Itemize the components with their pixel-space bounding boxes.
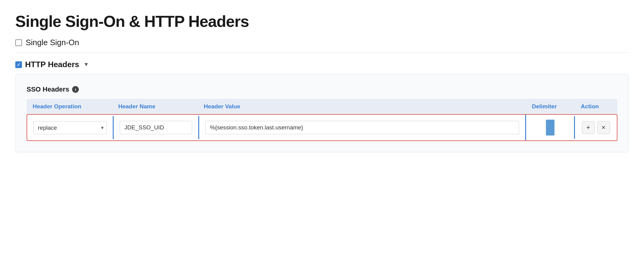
http-headers-label: HTTP Headers xyxy=(25,60,79,69)
col-header-operation: Header Operation xyxy=(27,99,112,114)
sso-headers-title: SSO Headers xyxy=(27,85,69,93)
http-headers-checkbox[interactable] xyxy=(15,61,22,68)
remove-row-button[interactable]: × xyxy=(597,121,610,134)
table-header-row: Header Operation Header Name Header Valu… xyxy=(27,99,617,114)
col-header-value: Header Value xyxy=(198,99,526,114)
sso-headers-title-row: SSO Headers i xyxy=(27,85,617,93)
cell-delimiter xyxy=(525,115,574,140)
chevron-down-icon[interactable]: ▼ xyxy=(83,61,89,68)
cell-action: + × xyxy=(574,116,617,139)
add-row-button[interactable]: + xyxy=(582,121,595,134)
sso-label: Single Sign-On xyxy=(26,38,79,47)
page-title: Single Sign-On & HTTP Headers xyxy=(15,12,629,31)
http-headers-body: SSO Headers i Header Operation Header Na… xyxy=(15,74,629,152)
col-header-name: Header Name xyxy=(112,99,198,114)
header-name-input[interactable] xyxy=(120,121,192,134)
delimiter-bar xyxy=(546,120,554,136)
action-buttons: + × xyxy=(582,121,610,134)
cell-header-value xyxy=(198,116,525,139)
sso-checkbox[interactable] xyxy=(15,39,22,46)
header-value-input[interactable] xyxy=(205,121,519,134)
operation-select[interactable]: replace add remove xyxy=(33,121,107,134)
col-header-delimiter: Delimiter xyxy=(526,99,575,114)
sso-section: Single Sign-On xyxy=(15,38,629,47)
info-icon[interactable]: i xyxy=(72,86,79,93)
sso-headers-table: Header Operation Header Name Header Valu… xyxy=(27,99,617,141)
col-header-action: Action xyxy=(575,99,617,114)
cell-header-name xyxy=(113,116,198,139)
table-row: replace add remove ▾ xyxy=(27,114,617,141)
cell-header-operation: replace add remove ▾ xyxy=(27,116,113,139)
http-headers-section: HTTP Headers ▼ SSO Headers i Header Oper… xyxy=(15,60,629,152)
section-divider xyxy=(15,52,629,52)
operation-select-wrapper: replace add remove ▾ xyxy=(33,121,107,134)
http-headers-header: HTTP Headers ▼ xyxy=(15,60,629,69)
